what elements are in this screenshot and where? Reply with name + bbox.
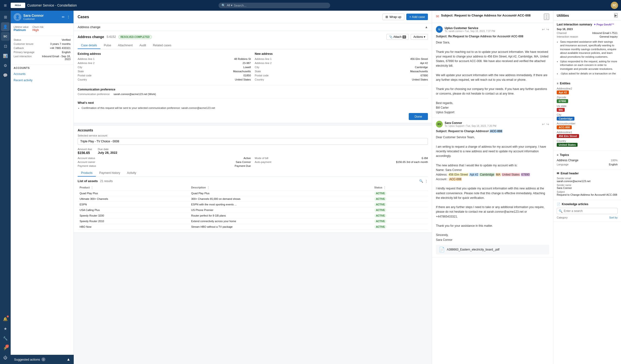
table-row: HBO Now Stream HBO without a TV package … <box>78 224 428 230</box>
reply-icon-2[interactable]: ↩ <box>542 122 545 126</box>
tab-pulse[interactable]: Pulse <box>101 42 115 49</box>
customer-meta: Lifetime value Platinum Churn risk High <box>11 23 73 36</box>
entity-label: City <box>557 113 618 116</box>
language-row: Primary language English <box>14 51 70 54</box>
home-icon[interactable]: ⊞ <box>1 13 10 21</box>
ka-sort-label[interactable]: Sort by <box>609 216 618 219</box>
status-row: Status Verified <box>14 38 70 41</box>
suggested-actions-info-icon[interactable]: i <box>41 357 45 361</box>
sender-name-label: Sender name <box>557 184 618 186</box>
more-assets-button[interactable]: ⋮ <box>425 179 428 183</box>
ka-category-label: Category <box>557 216 568 219</box>
suggested-actions-text: Suggested actions <box>14 358 40 361</box>
status-cell: ACTIVE <box>372 218 428 224</box>
thread-more-button[interactable]: ⋮ <box>544 14 549 20</box>
address-change-label[interactable]: Address change <box>78 25 101 29</box>
channel-value: Inbound Email I-7511 <box>592 32 618 34</box>
tab-activity[interactable]: Activity <box>123 170 139 177</box>
user-avatar[interactable]: SC <box>611 2 618 9</box>
email-attachment: 📄 A388663_Eastern_electricity_board_.pdf <box>436 245 549 254</box>
accounts-card-title: Accounts <box>78 128 428 132</box>
account-owner-value: Sara Connor <box>236 161 251 164</box>
app-logo: PEGA Customer Service - Constellation <box>11 3 77 8</box>
grid-menu-icon[interactable]: ⊞ <box>3 2 8 8</box>
done-btn-row: Done <box>78 113 428 120</box>
search-all-select[interactable]: All ▾ <box>227 4 232 7</box>
edit-customer-button[interactable]: ✏ <box>61 15 65 19</box>
assets-header: List of assets 21 results 🔍 ⋮ <box>78 179 428 183</box>
entity-item: City Cambridge <box>557 113 618 120</box>
tab-products[interactable]: Products <box>78 170 96 177</box>
callback-row: Callback +44 7865 433321 <box>14 47 70 50</box>
new-city-field: City Cambridge <box>255 66 428 69</box>
topics-header: ≡ Topics <box>557 153 618 157</box>
attach-button[interactable]: 📎 Attach 0 <box>386 34 409 40</box>
cases-icon[interactable]: 👤 <box>1 22 10 31</box>
country-highlight: United States <box>502 173 520 176</box>
email-message-2: RV Sara Connor To: Uplus Support • Tue, … <box>432 118 553 258</box>
bell-icon[interactable]: 🔔 <box>1 314 10 323</box>
meta-row-1: Lifetime value Platinum Churn risk High <box>14 26 70 32</box>
email-para-1-2: Thank you for reaching out to us to upda… <box>436 50 549 68</box>
entity-label: Zipcode <box>557 96 618 99</box>
topics-section: ≡ Topics Address Change 100% Language En… <box>553 151 621 169</box>
status-col-options[interactable]: ⋮ <box>383 185 386 189</box>
email-subject-2: Subject: Request to Change Address# ACC-… <box>436 129 549 134</box>
ka-search-input[interactable] <box>557 208 618 214</box>
description-col-options[interactable]: ⋮ <box>207 185 210 189</box>
tool-icon[interactable]: 🔧 <box>1 334 10 343</box>
recent-activity-link[interactable]: Recent activity <box>11 78 73 83</box>
reply-icon-1[interactable]: ↩ <box>542 27 545 31</box>
settings-icon[interactable]: ⚙ <box>1 61 10 70</box>
topic-pct: 100% <box>611 159 618 162</box>
wrap-up-button[interactable]: ⊞ Wrap up <box>382 14 404 20</box>
email-message-1: U Uplus Customer Service To: sarah.conno… <box>432 23 553 118</box>
description-col-header: Description ⋮ <box>189 184 372 191</box>
tab-payment-history[interactable]: Payment history <box>96 170 123 177</box>
chat-icon[interactable]: 💬 <box>1 71 10 80</box>
actions-button[interactable]: Actions ▾ <box>411 34 428 40</box>
chart-icon[interactable]: 📊 <box>1 51 10 60</box>
pega-logo-text: PEGA <box>15 4 21 7</box>
entity-tag: Cambridge <box>557 117 574 120</box>
new-line1-label: Address line 1 <box>255 57 279 60</box>
global-search-input[interactable] <box>234 4 327 7</box>
notification-icon[interactable]: 3 ⚡ <box>1 344 10 352</box>
product-col-options[interactable]: ⋮ <box>90 185 94 189</box>
suggested-actions-toggle[interactable]: ▲ <box>67 357 70 362</box>
icon-sidebar: ⊞ 👤 SC ⊡ 📊 ⚙ 💬 🔔 ★ 🔧 3 ⚡ ⏻ <box>0 11 11 364</box>
description-cell: US Phone Premier <box>189 207 372 213</box>
account-item[interactable]: Accounts <box>14 71 70 77</box>
tab-related-cases[interactable]: Related cases <box>149 42 175 49</box>
knowledge-articles-section: 📄 Knowledge articles 🔍 Category Sort by <box>553 200 621 222</box>
sc-badge[interactable]: SC <box>1 32 10 41</box>
global-search-bar: 🔍 All ▾ <box>219 3 330 8</box>
chevron-up-icon[interactable]: ▲ <box>425 25 428 29</box>
utilities-collapse-button[interactable]: ▶ <box>614 13 618 18</box>
star-icon[interactable]: ★ <box>1 324 10 333</box>
new-line1-val: 456 Elm Street <box>410 57 428 60</box>
email-para-2-5: I kindly request that you update my acco… <box>436 186 549 200</box>
tab-attachment[interactable]: Attachment <box>115 42 136 49</box>
search-assets-button[interactable]: 🔍 <box>419 179 423 183</box>
done-button[interactable]: Done <box>409 113 428 120</box>
power-icon[interactable]: ⏻ <box>1 353 10 362</box>
tab-case-details[interactable]: Case details <box>78 42 101 49</box>
attach-count: 0 <box>402 35 406 39</box>
account-select[interactable]: Triple Play - TV Choice - 0008 <box>78 138 428 145</box>
status-badge: ACTIVE <box>374 192 387 195</box>
product-cell: Ultimate 300+ Channels <box>78 196 189 201</box>
accounts-card: Accounts Selected service account Triple… <box>74 125 432 233</box>
add-case-button[interactable]: + Add case <box>406 14 428 20</box>
app-title: Customer Service - Constellation <box>27 3 77 7</box>
reason-label: Interaction reason <box>557 35 578 38</box>
forward-icon-2[interactable]: ↪ <box>546 122 549 126</box>
puzzle-icon[interactable]: ⊡ <box>1 42 10 50</box>
tab-audit[interactable]: Audit <box>136 42 149 49</box>
sender-email-label: Sender email <box>557 177 618 180</box>
email-header-icon: ✉ <box>557 172 559 175</box>
forward-icon-1[interactable]: ↪ <box>546 27 549 31</box>
ka-search-wrapper: 🔍 <box>557 208 618 214</box>
entity-item: Us state MA <box>557 104 618 112</box>
more-customer-button[interactable]: ⋮ <box>66 15 70 19</box>
